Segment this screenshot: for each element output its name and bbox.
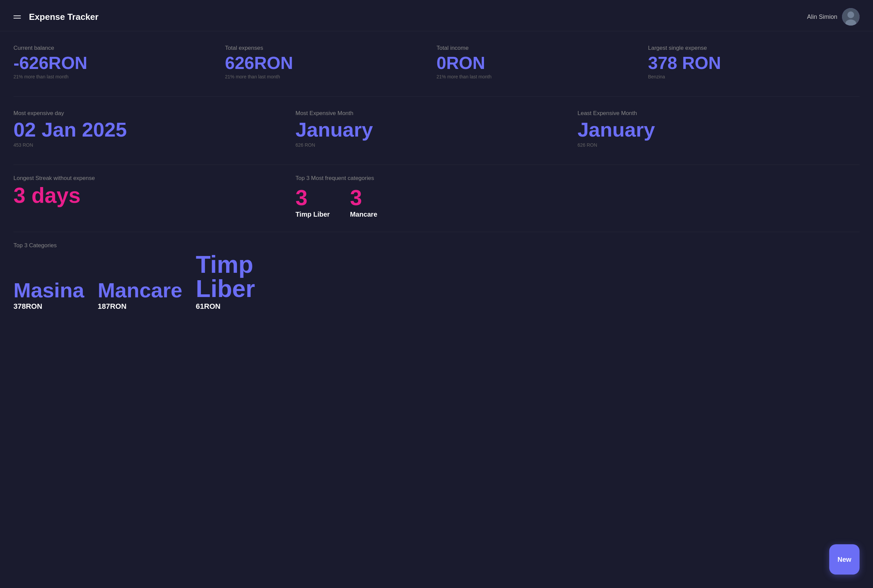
category-mancare-name: Mancare: [98, 280, 182, 301]
most-expensive-day-card: Most expensive day 02 Jan 2025 453 RON: [14, 106, 296, 151]
frequent-item-1: 3 Timp Liber: [296, 187, 330, 218]
user-name: Alin Simion: [807, 14, 837, 21]
total-income-value: 0RON: [437, 54, 642, 73]
main-content: Current balance -626RON 21% more than la…: [0, 31, 873, 321]
streak-card: Longest Streak without expense 3 days: [14, 175, 296, 218]
most-expensive-month-card: Most Expensive Month January 626 RON: [296, 106, 577, 151]
current-balance-card: Current balance -626RON 21% more than la…: [14, 41, 225, 83]
header-right: Alin Simion: [807, 8, 859, 26]
largest-expense-card: Largest single expense 378 RON Benzina: [648, 41, 860, 83]
total-income-card: Total income 0RON 21% more than last mon…: [437, 41, 648, 83]
top-frequent-card: Top 3 Most frequent categories 3 Timp Li…: [296, 175, 859, 218]
total-expenses-sub: 21% more than last month: [225, 74, 430, 80]
top-frequent-label: Top 3 Most frequent categories: [296, 175, 859, 182]
top-categories-section: Top 3 Categories Masina 378RON Mancare 1…: [14, 242, 859, 311]
current-balance-sub: 21% more than last month: [14, 74, 218, 80]
category-timp-liber-amount: 61RON: [196, 302, 255, 311]
new-button-label: New: [837, 556, 851, 564]
category-masina: Masina 378RON: [14, 280, 84, 311]
most-expensive-month-label: Most Expensive Month: [296, 110, 571, 117]
header-left: Expense Tracker: [14, 12, 99, 22]
largest-expense-sub: Benzina: [648, 74, 853, 80]
top-categories-label: Top 3 Categories: [14, 242, 859, 249]
streak-label: Longest Streak without expense: [14, 175, 296, 182]
frequent-item-2: 3 Mancare: [350, 187, 377, 218]
total-income-sub: 21% more than last month: [437, 74, 642, 80]
divider-2: [14, 165, 859, 165]
category-masina-amount: 378RON: [14, 302, 84, 311]
total-expenses-card: Total expenses 626RON 21% more than last…: [225, 41, 437, 83]
category-masina-name: Masina: [14, 280, 84, 301]
divider-3: [14, 232, 859, 232]
new-button[interactable]: New: [829, 544, 859, 574]
app-title: Expense Tracker: [29, 12, 99, 22]
frequent-name-2: Mancare: [350, 211, 377, 218]
header: Expense Tracker Alin Simion: [0, 0, 873, 31]
largest-expense-label: Largest single expense: [648, 45, 853, 51]
most-expensive-day-value: 02 Jan 2025: [14, 119, 289, 141]
most-expensive-day-label: Most expensive day: [14, 110, 289, 117]
total-income-label: Total income: [437, 45, 642, 51]
menu-icon[interactable]: [14, 15, 21, 18]
least-expensive-month-label: Least Expensive Month: [577, 110, 853, 117]
frequent-items: 3 Timp Liber 3 Mancare: [296, 187, 859, 218]
least-expensive-month-card: Least Expensive Month January 626 RON: [577, 106, 859, 151]
total-expenses-label: Total expenses: [225, 45, 430, 51]
stats-row-2: Most expensive day 02 Jan 2025 453 RON M…: [14, 106, 859, 151]
largest-expense-value: 378 RON: [648, 54, 853, 73]
category-mancare-amount: 187RON: [98, 302, 182, 311]
categories-row: Masina 378RON Mancare 187RON TimpLiber 6…: [14, 252, 859, 311]
stats-row-1: Current balance -626RON 21% more than la…: [14, 41, 859, 83]
frequent-name-1: Timp Liber: [296, 211, 330, 218]
streak-value: 3 days: [14, 184, 296, 207]
total-expenses-value: 626RON: [225, 54, 430, 73]
svg-point-1: [847, 11, 854, 18]
frequent-count-1: 3: [296, 187, 308, 208]
frequent-count-2: 3: [350, 187, 362, 208]
most-expensive-month-value: January: [296, 119, 571, 141]
most-expensive-day-sub: 453 RON: [14, 142, 289, 148]
category-timp-liber-name: TimpLiber: [196, 252, 255, 301]
current-balance-value: -626RON: [14, 54, 218, 73]
category-mancare: Mancare 187RON: [98, 280, 182, 311]
least-expensive-month-sub: 626 RON: [577, 142, 853, 148]
stats-row-3: Longest Streak without expense 3 days To…: [14, 175, 859, 218]
category-timp-liber: TimpLiber 61RON: [196, 252, 255, 311]
least-expensive-month-value: January: [577, 119, 853, 141]
most-expensive-month-sub: 626 RON: [296, 142, 571, 148]
avatar: [842, 8, 859, 26]
current-balance-label: Current balance: [14, 45, 218, 51]
